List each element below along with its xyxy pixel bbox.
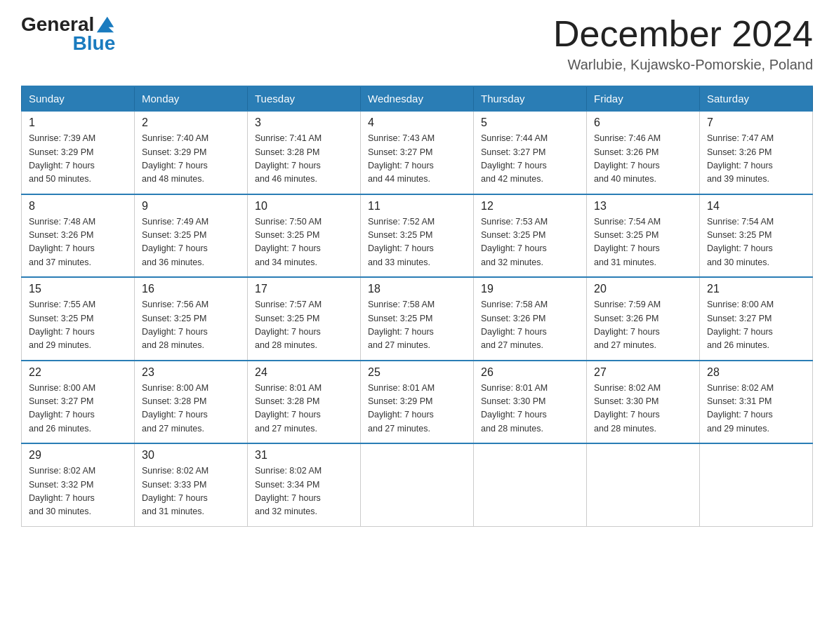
header-thursday: Thursday — [474, 86, 587, 111]
calendar-cell: 30 Sunrise: 8:02 AMSunset: 3:33 PMDaylig… — [135, 443, 248, 526]
day-number: 27 — [594, 366, 692, 379]
day-info: Sunrise: 7:47 AMSunset: 3:26 PMDaylight:… — [707, 132, 805, 187]
calendar-cell: 21 Sunrise: 8:00 AMSunset: 3:27 PMDaylig… — [700, 277, 813, 361]
calendar-cell: 8 Sunrise: 7:48 AMSunset: 3:26 PMDayligh… — [22, 194, 135, 278]
header-friday: Friday — [587, 86, 700, 111]
calendar-cell: 17 Sunrise: 7:57 AMSunset: 3:25 PMDaylig… — [248, 277, 361, 361]
day-number: 28 — [707, 366, 805, 379]
day-info: Sunrise: 8:01 AMSunset: 3:30 PMDaylight:… — [481, 382, 579, 436]
day-info: Sunrise: 7:43 AMSunset: 3:27 PMDaylight:… — [368, 132, 466, 187]
day-number: 16 — [142, 283, 240, 295]
logo-blue-text: Blue — [73, 33, 116, 55]
calendar-week-5: 29 Sunrise: 8:02 AMSunset: 3:32 PMDaylig… — [22, 443, 813, 526]
day-number: 13 — [594, 200, 692, 213]
calendar-cell: 19 Sunrise: 7:58 AMSunset: 3:26 PMDaylig… — [474, 277, 587, 361]
calendar-cell: 2 Sunrise: 7:40 AMSunset: 3:29 PMDayligh… — [135, 111, 248, 194]
calendar-cell: 1 Sunrise: 7:39 AMSunset: 3:29 PMDayligh… — [22, 111, 135, 194]
calendar-week-4: 22 Sunrise: 8:00 AMSunset: 3:27 PMDaylig… — [22, 361, 813, 444]
calendar-table: Sunday Monday Tuesday Wednesday Thursday… — [21, 86, 813, 527]
logo-icon — [95, 14, 115, 34]
day-number: 2 — [142, 116, 240, 129]
day-number: 9 — [142, 200, 240, 213]
calendar-cell: 23 Sunrise: 8:00 AMSunset: 3:28 PMDaylig… — [135, 361, 248, 444]
calendar-cell — [587, 443, 700, 526]
calendar-header: Sunday Monday Tuesday Wednesday Thursday… — [22, 86, 813, 111]
calendar-cell: 26 Sunrise: 8:01 AMSunset: 3:30 PMDaylig… — [474, 361, 587, 444]
day-info: Sunrise: 7:52 AMSunset: 3:25 PMDaylight:… — [368, 215, 466, 270]
month-title: December 2024 — [553, 14, 813, 54]
day-number: 20 — [594, 283, 692, 295]
day-info: Sunrise: 8:00 AMSunset: 3:28 PMDaylight:… — [142, 382, 240, 436]
day-info: Sunrise: 7:48 AMSunset: 3:26 PMDaylight:… — [29, 215, 127, 270]
day-info: Sunrise: 7:44 AMSunset: 3:27 PMDaylight:… — [481, 132, 579, 187]
calendar-cell: 3 Sunrise: 7:41 AMSunset: 3:28 PMDayligh… — [248, 111, 361, 194]
calendar-cell: 28 Sunrise: 8:02 AMSunset: 3:31 PMDaylig… — [700, 361, 813, 444]
day-number: 19 — [481, 283, 579, 295]
calendar-cell: 10 Sunrise: 7:50 AMSunset: 3:25 PMDaylig… — [248, 194, 361, 278]
header-tuesday: Tuesday — [248, 86, 361, 111]
day-number: 5 — [481, 116, 579, 129]
day-info: Sunrise: 8:02 AMSunset: 3:34 PMDaylight:… — [255, 464, 353, 519]
calendar-week-3: 15 Sunrise: 7:55 AMSunset: 3:25 PMDaylig… — [22, 277, 813, 361]
day-info: Sunrise: 7:54 AMSunset: 3:25 PMDaylight:… — [707, 215, 805, 270]
day-info: Sunrise: 8:02 AMSunset: 3:33 PMDaylight:… — [142, 464, 240, 519]
day-number: 11 — [368, 200, 466, 213]
calendar-cell: 11 Sunrise: 7:52 AMSunset: 3:25 PMDaylig… — [361, 194, 474, 278]
day-number: 14 — [707, 200, 805, 213]
calendar-cell: 29 Sunrise: 8:02 AMSunset: 3:32 PMDaylig… — [22, 443, 135, 526]
calendar-cell: 6 Sunrise: 7:46 AMSunset: 3:26 PMDayligh… — [587, 111, 700, 194]
day-info: Sunrise: 7:58 AMSunset: 3:26 PMDaylight:… — [481, 298, 579, 353]
day-number: 21 — [707, 283, 805, 295]
day-number: 24 — [255, 366, 353, 379]
calendar-cell — [361, 443, 474, 526]
header-sunday: Sunday — [22, 86, 135, 111]
day-info: Sunrise: 7:40 AMSunset: 3:29 PMDaylight:… — [142, 132, 240, 187]
header-wednesday: Wednesday — [361, 86, 474, 111]
calendar-cell — [474, 443, 587, 526]
calendar-cell: 18 Sunrise: 7:58 AMSunset: 3:25 PMDaylig… — [361, 277, 474, 361]
title-block: December 2024 Warlubie, Kujawsko-Pomorsk… — [553, 14, 813, 73]
day-number: 15 — [29, 283, 127, 295]
day-info: Sunrise: 7:41 AMSunset: 3:28 PMDaylight:… — [255, 132, 353, 187]
day-info: Sunrise: 8:02 AMSunset: 3:32 PMDaylight:… — [29, 464, 127, 519]
day-info: Sunrise: 7:46 AMSunset: 3:26 PMDaylight:… — [594, 132, 692, 187]
calendar-cell: 31 Sunrise: 8:02 AMSunset: 3:34 PMDaylig… — [248, 443, 361, 526]
day-number: 12 — [481, 200, 579, 213]
day-info: Sunrise: 8:00 AMSunset: 3:27 PMDaylight:… — [707, 298, 805, 353]
day-number: 4 — [368, 116, 466, 129]
day-number: 23 — [142, 366, 240, 379]
day-number: 7 — [707, 116, 805, 129]
location-title: Warlubie, Kujawsko-Pomorskie, Poland — [553, 57, 813, 73]
day-number: 17 — [255, 283, 353, 295]
day-number: 25 — [368, 366, 466, 379]
day-info: Sunrise: 7:55 AMSunset: 3:25 PMDaylight:… — [29, 298, 127, 353]
calendar-cell: 25 Sunrise: 8:01 AMSunset: 3:29 PMDaylig… — [361, 361, 474, 444]
day-info: Sunrise: 7:49 AMSunset: 3:25 PMDaylight:… — [142, 215, 240, 270]
calendar-cell: 14 Sunrise: 7:54 AMSunset: 3:25 PMDaylig… — [700, 194, 813, 278]
day-number: 29 — [29, 449, 127, 462]
day-number: 6 — [594, 116, 692, 129]
day-info: Sunrise: 8:02 AMSunset: 3:30 PMDaylight:… — [594, 382, 692, 436]
day-info: Sunrise: 8:01 AMSunset: 3:28 PMDaylight:… — [255, 382, 353, 436]
day-number: 18 — [368, 283, 466, 295]
day-number: 22 — [29, 366, 127, 379]
day-info: Sunrise: 7:56 AMSunset: 3:25 PMDaylight:… — [142, 298, 240, 353]
calendar-cell: 4 Sunrise: 7:43 AMSunset: 3:27 PMDayligh… — [361, 111, 474, 194]
day-info: Sunrise: 8:02 AMSunset: 3:31 PMDaylight:… — [707, 382, 805, 436]
day-info: Sunrise: 7:39 AMSunset: 3:29 PMDaylight:… — [29, 132, 127, 187]
day-info: Sunrise: 8:01 AMSunset: 3:29 PMDaylight:… — [368, 382, 466, 436]
calendar-cell: 16 Sunrise: 7:56 AMSunset: 3:25 PMDaylig… — [135, 277, 248, 361]
svg-marker-0 — [97, 17, 114, 32]
calendar-cell: 9 Sunrise: 7:49 AMSunset: 3:25 PMDayligh… — [135, 194, 248, 278]
calendar-cell: 27 Sunrise: 8:02 AMSunset: 3:30 PMDaylig… — [587, 361, 700, 444]
calendar-cell: 5 Sunrise: 7:44 AMSunset: 3:27 PMDayligh… — [474, 111, 587, 194]
calendar-cell: 12 Sunrise: 7:53 AMSunset: 3:25 PMDaylig… — [474, 194, 587, 278]
day-info: Sunrise: 7:57 AMSunset: 3:25 PMDaylight:… — [255, 298, 353, 353]
day-info: Sunrise: 8:00 AMSunset: 3:27 PMDaylight:… — [29, 382, 127, 436]
logo: General Blue — [21, 14, 115, 55]
day-number: 26 — [481, 366, 579, 379]
calendar-cell: 7 Sunrise: 7:47 AMSunset: 3:26 PMDayligh… — [700, 111, 813, 194]
day-number: 30 — [142, 449, 240, 462]
header-monday: Monday — [135, 86, 248, 111]
day-number: 31 — [255, 449, 353, 462]
